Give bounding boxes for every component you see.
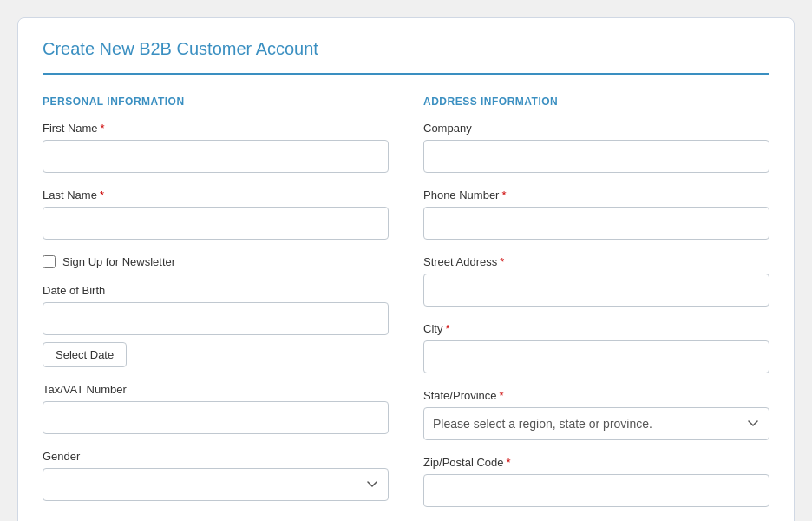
newsletter-row: Sign Up for Newsletter: [43, 255, 389, 268]
personal-info-column: PERSONAL INFORMATION First Name* Last Na…: [43, 96, 389, 521]
zip-group: Zip/Postal Code*: [423, 456, 769, 507]
tax-input[interactable]: [43, 401, 389, 434]
gender-label: Gender: [43, 450, 389, 463]
tax-group: Tax/VAT Number: [43, 383, 389, 434]
company-group: Company: [423, 122, 769, 173]
city-label: City*: [423, 322, 769, 335]
zip-label: Zip/Postal Code*: [423, 456, 769, 469]
street-group: Street Address*: [423, 255, 769, 307]
phone-group: Phone Number*: [423, 188, 769, 240]
city-input[interactable]: [423, 340, 769, 373]
dob-input-wrapper: [43, 302, 389, 335]
company-input[interactable]: [423, 140, 769, 173]
form-columns: PERSONAL INFORMATION First Name* Last Na…: [43, 96, 769, 521]
street-label: Street Address*: [423, 255, 769, 268]
state-group: State/Province* Please select a region, …: [423, 389, 769, 440]
dob-input[interactable]: [43, 302, 389, 335]
address-section-title: ADDRESS INFORMATION: [423, 96, 769, 108]
last-name-group: Last Name*: [43, 188, 389, 240]
dob-group: Date of Birth Select Date: [43, 284, 389, 367]
company-label: Company: [423, 122, 769, 135]
page-title: Create New B2B Customer Account: [43, 39, 769, 59]
state-label: State/Province*: [423, 389, 769, 402]
last-name-input[interactable]: [43, 207, 389, 240]
first-name-label: First Name*: [43, 122, 389, 135]
zip-input[interactable]: [423, 474, 769, 507]
state-select[interactable]: Please select a region, state or provinc…: [423, 407, 769, 440]
tax-label: Tax/VAT Number: [43, 383, 389, 396]
personal-section-title: PERSONAL INFORMATION: [43, 96, 389, 108]
gender-select[interactable]: Male Female Other Prefer not to say: [43, 468, 389, 501]
first-name-input[interactable]: [43, 140, 389, 173]
form-card: Create New B2B Customer Account PERSONAL…: [17, 17, 795, 521]
street-input[interactable]: [423, 274, 769, 307]
select-date-button[interactable]: Select Date: [43, 342, 127, 367]
first-name-group: First Name*: [43, 122, 389, 173]
gender-group: Gender Male Female Other Prefer not to s…: [43, 450, 389, 501]
dob-label: Date of Birth: [43, 284, 389, 297]
address-info-column: ADDRESS INFORMATION Company Phone Number…: [423, 96, 769, 521]
title-divider: [43, 73, 769, 75]
phone-label: Phone Number*: [423, 188, 769, 201]
newsletter-checkbox[interactable]: [43, 255, 56, 268]
phone-input[interactable]: [423, 207, 769, 240]
last-name-label: Last Name*: [43, 188, 389, 201]
city-group: City*: [423, 322, 769, 373]
newsletter-label: Sign Up for Newsletter: [62, 255, 175, 268]
